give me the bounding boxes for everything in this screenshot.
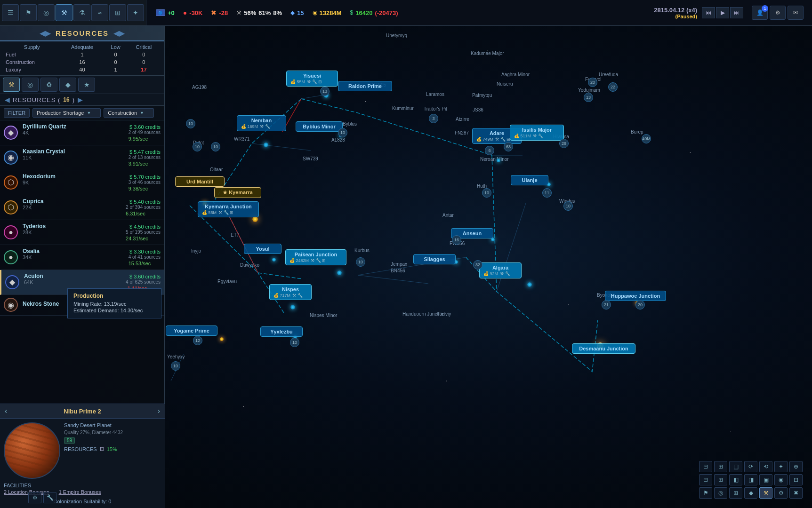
node-yyxlezbu-name: Yyxlezbu <box>265 329 298 334</box>
badge-yodujmam: 13 <box>584 93 593 102</box>
map-btn-nav7[interactable]: ✖ <box>789 487 803 499</box>
map-btn-filter3[interactable]: ◫ <box>729 461 742 472</box>
map-btn-nav3[interactable]: ⊞ <box>729 487 742 499</box>
res-rate-cuprica: 6.31/sec <box>126 211 161 216</box>
tab-circle[interactable]: ◎ <box>22 78 39 92</box>
construction-name: Construction <box>4 58 60 66</box>
res-name-dyrillium: Dyrillium Quartz 4K <box>23 123 126 135</box>
resource-tyderios[interactable]: ● Tyderios 28K $ 4.50 credits 5 of 195 s… <box>0 220 164 245</box>
map-node-kyemarra-jct[interactable]: Kyemarra Junction 💰 55M ⚒ 🔧 ⊞ <box>198 201 259 217</box>
node-algara-name: Algara <box>483 265 517 270</box>
speed-fwd-btn[interactable]: ⏭ <box>730 7 743 18</box>
map-btn-filter2[interactable]: ⊞ <box>714 461 727 472</box>
map-node-paikean[interactable]: Paikean Junction 💰 2482M ⚒ 🔧 ⊞ <box>285 249 346 265</box>
node-adare-money: 💰 749M <box>476 137 493 142</box>
glow-yosul <box>272 258 276 262</box>
filter-production-shortage[interactable]: Production Shortage ▼ <box>32 108 101 118</box>
nav-menu-btn[interactable]: ☰ <box>2 4 19 21</box>
map-node-issilis[interactable]: Issilis Major 💰 511M ⚒ 🔧 <box>510 125 564 141</box>
res-rate-dyrillium: 9.95/sec <box>129 136 161 142</box>
stat-population: ● -30K <box>183 9 203 16</box>
map-btn-filter5[interactable]: ⟲ <box>759 461 772 472</box>
fac-bonus-1[interactable]: 1 Empire Bonuses <box>59 489 101 495</box>
map-btn-nav2[interactable]: ◎ <box>714 487 727 499</box>
map-node-yogame[interactable]: Yogame Prime <box>166 325 217 336</box>
notif-gear-btn[interactable]: ⚙ <box>770 6 786 20</box>
top-stats: 🔵 +0 ● -30K ✖ -28 ⚒ 56% 61% 8% ◆ 15 ◉ 13… <box>146 9 649 16</box>
planet-facilities: FACILITIES 2 Location Bonuses 1 Empire B… <box>0 483 165 497</box>
map-btn-filter7[interactable]: ⊕ <box>789 461 803 472</box>
nav-trade-btn[interactable]: ≈ <box>91 4 108 21</box>
resource-osalia[interactable]: ● Osalia 34K $ 3.30 credits 4 of 41 sour… <box>0 245 164 270</box>
map-btn-zoom1[interactable]: ⊟ <box>699 474 712 485</box>
fuel-adequate: 1 <box>60 51 104 58</box>
resource-hexodorium[interactable]: ⬡ Hexodorium 9K $ 5.70 credits 3 of 46 s… <box>0 170 164 195</box>
planet-next-btn[interactable]: › <box>158 407 160 415</box>
resource-cuprica[interactable]: ⬡ Cuprica 22K $ 5.40 credits 2 of 394 so… <box>0 195 164 220</box>
tab-diamond[interactable]: ◆ <box>59 78 76 92</box>
bottom-nav-1[interactable]: ⚙ <box>28 492 41 503</box>
tab-star[interactable]: ★ <box>78 78 95 92</box>
speed-back-btn[interactable]: ⏮ <box>702 7 715 18</box>
filter-construction[interactable]: Construction ▼ <box>104 108 154 118</box>
nav-events-btn[interactable]: ✦ <box>127 4 144 21</box>
bottom-nav-2[interactable]: 🔧 <box>43 492 56 503</box>
map-btn-layer1[interactable]: ◧ <box>729 474 742 485</box>
stat-money-val: 13284M <box>320 9 342 16</box>
map-btn-layer3[interactable]: ▣ <box>759 474 772 485</box>
res-label: RESOURCES <box>64 446 97 452</box>
nav-map-btn[interactable]: ◎ <box>38 4 55 21</box>
map-btn-layer5[interactable]: ⊡ <box>789 474 803 485</box>
stat-credits-val: +0 <box>168 9 175 16</box>
map-btn-nav5[interactable]: ⚒ <box>759 487 772 499</box>
map-btn-filter1[interactable]: ⊟ <box>699 461 712 472</box>
resource-dyrillium[interactable]: ◆ Dyrillium Quartz 4K $ 3.60 credits 2 o… <box>0 120 164 145</box>
nav-empire-btn[interactable]: ⚑ <box>20 4 37 21</box>
map-btn-filter4[interactable]: ⟳ <box>744 461 757 472</box>
res-price-area-tyderios: $ 4.50 credits 5 of 195 sources <box>126 224 161 235</box>
map-btn-nav6[interactable]: ⚙ <box>774 487 788 499</box>
map-node-byblus[interactable]: Byblus Minor <box>296 121 343 132</box>
pop-icon: ● <box>183 9 187 16</box>
map-btn-filter6[interactable]: ✦ <box>774 461 788 472</box>
planet-prev-btn[interactable]: ‹ <box>5 407 7 415</box>
map-node-desmaanu[interactable]: Desmaanu Junction <box>572 343 635 354</box>
map-node-algara[interactable]: Algara 💰 92M ⚒ 🔧 <box>479 262 522 278</box>
map-node-silagges[interactable]: Silagges <box>413 254 456 264</box>
tab-recycle[interactable]: ♻ <box>40 78 57 92</box>
map-btn-zoom2[interactable]: ⊞ <box>714 474 727 485</box>
rlb-deco-left: ◀ <box>5 96 10 103</box>
map-node-huppawoe[interactable]: Huppawoe Junction <box>605 291 666 301</box>
speed-play-btn[interactable]: ▶ <box>716 7 729 18</box>
notif-user-btn[interactable]: 👤 1 <box>752 6 768 20</box>
nav-build-btn[interactable]: ⚒ <box>56 4 72 21</box>
tab-build[interactable]: ⚒ <box>3 78 20 92</box>
map-node-yosul[interactable]: Yosul <box>244 244 281 254</box>
map-node-urd[interactable]: Urd Mantill <box>175 176 225 187</box>
map-node-nispes[interactable]: Nispes 💰 717M ⚒ 🔧 <box>269 284 312 300</box>
node-ulanje-name: Ulanje <box>515 177 544 183</box>
map-btn-nav1[interactable]: ⚑ <box>699 487 712 499</box>
map-btn-nav4[interactable]: ◆ <box>744 487 757 499</box>
map-node-nemban[interactable]: Nemban 💰 169M ⚒ 🔧 <box>237 115 286 131</box>
res-pct: 15% <box>107 446 117 452</box>
construction-low: 0 <box>105 58 127 66</box>
resource-kaasian[interactable]: ◉ Kaasian Crystal 11K $ 5.47 credits 2 o… <box>0 145 164 170</box>
badge-adare: 6 <box>485 146 494 155</box>
map-node-yyxlezbu[interactable]: Yyxlezbu <box>260 326 303 337</box>
th-low: Low <box>105 43 127 51</box>
notif-mail-btn[interactable]: ✉ <box>788 6 804 20</box>
badge-dytot: 10 <box>193 142 202 151</box>
nav-research-btn[interactable]: ⚗ <box>73 4 90 21</box>
map-node-yisuesi[interactable]: Yisuesi 💰 55M ⚒ 🔧 ⊞ <box>286 71 338 87</box>
res-icon-hexodorium: ⬡ <box>4 175 18 190</box>
map-node-ulanje[interactable]: Ulanje <box>511 175 548 185</box>
nav-fleet-btn[interactable]: ⊞ <box>109 4 126 21</box>
map-node-raldon[interactable]: Raldon Prime <box>338 81 392 91</box>
map-btn-layer2[interactable]: ◨ <box>744 474 757 485</box>
node-paikean-icons: ⚒ 🔧 ⊞ <box>311 258 326 263</box>
map-btn-layer4[interactable]: ◉ <box>774 474 788 485</box>
filter-bar: FILTER Production Shortage ▼ Constructio… <box>0 106 164 120</box>
fuel-low: 0 <box>105 51 127 58</box>
map-node-kyemarra[interactable]: ★ Kyemarra <box>214 187 261 198</box>
